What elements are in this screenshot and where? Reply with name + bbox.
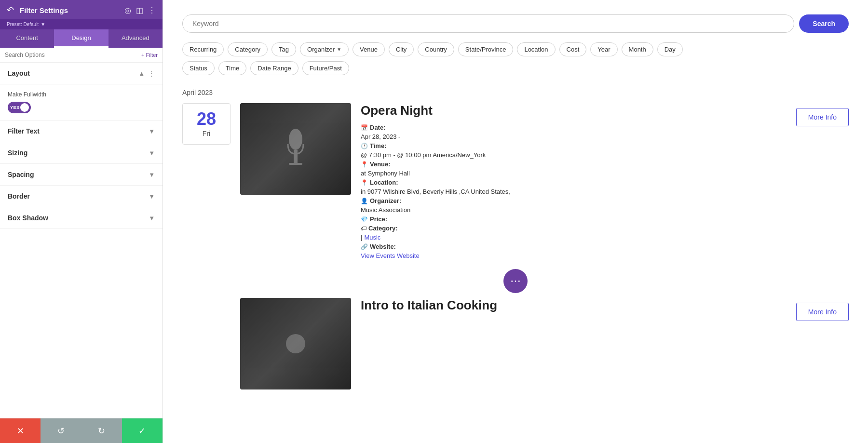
event-title: Opera Night [361, 103, 787, 118]
organizer-chevron-icon: ▼ [337, 47, 341, 52]
right-content: Search Recurring Category Tag Organizer … [163, 0, 868, 443]
more-info-button-2[interactable]: More Info [796, 303, 849, 321]
filter-tag-city[interactable]: City [389, 42, 414, 56]
filter-tag-venue[interactable]: Venue [353, 42, 385, 56]
keyword-input[interactable] [182, 14, 794, 33]
website-link[interactable]: View Events Website [361, 252, 420, 259]
redo-button[interactable]: ↻ [81, 418, 122, 443]
section-sizing-title: Sizing [8, 149, 27, 157]
filter-tag-country[interactable]: Country [418, 42, 454, 56]
section-box-shadow-title: Box Shadow [8, 214, 48, 222]
location-value: in 9077 Wilshire Blvd, Beverly Hills ,CA… [361, 188, 510, 195]
save-button[interactable]: ✓ [122, 418, 163, 443]
venue-icon: 📍 [361, 161, 368, 168]
filter-tag-year[interactable]: Year [590, 42, 617, 56]
panel-search-input[interactable] [5, 52, 138, 58]
venue-value: at Symphony Hall [361, 170, 410, 177]
preset-chevron-icon: ▼ [41, 22, 45, 27]
section-layout-chevron-up-icon: ▲ [138, 70, 145, 77]
filter-tag-category[interactable]: Category [228, 42, 268, 56]
meta-organizer-row: 👤 Organizer: [361, 197, 787, 204]
section-border-chevron-icon: ▼ [149, 193, 155, 200]
filter-tag-state-province[interactable]: State/Province [458, 42, 514, 56]
target-icon[interactable]: ◎ [124, 6, 131, 15]
make-fullwidth-toggle[interactable]: YES [8, 102, 31, 113]
panel-filter-button[interactable]: + Filter [141, 52, 158, 58]
meta-category-value-row: | Music [361, 234, 787, 241]
section-box-shadow-header[interactable]: Box Shadow ▼ [0, 207, 163, 229]
website-icon: 🔗 [361, 243, 368, 250]
meta-time-value-row: @ 7:30 pm - @ 10:00 pm America/New_York [361, 151, 787, 159]
more-options-icon[interactable]: ⋮ [148, 6, 156, 15]
section-layout-more-icon[interactable]: ⋮ [149, 70, 155, 77]
preset-label: Preset: Default [7, 22, 39, 27]
panel-tabs: Content Design Advanced [0, 29, 163, 48]
section-spacing-title: Spacing [8, 171, 34, 178]
svg-rect-3 [289, 163, 302, 165]
category-link[interactable]: Music [364, 234, 380, 241]
section-filter-text-chevron-icon: ▼ [149, 128, 155, 135]
meta-time-row: 🕐 Time: [361, 142, 787, 149]
svg-point-0 [289, 129, 302, 150]
date-section-label: April 2023 [182, 89, 849, 96]
category-icon: 🏷 [361, 225, 366, 232]
event-details-2: Intro to Italian Cooking [361, 298, 787, 316]
price-icon: 💎 [361, 216, 368, 223]
layout-content: Make Fullwidth YES [0, 84, 163, 121]
filter-tag-organizer[interactable]: Organizer ▼ [300, 42, 349, 56]
back-icon[interactable]: ↶ [7, 5, 14, 15]
cancel-button[interactable]: ✕ [0, 418, 41, 443]
svg-point-4 [286, 334, 305, 353]
filter-tag-time[interactable]: Time [218, 61, 246, 75]
filter-tag-location[interactable]: Location [517, 42, 555, 56]
section-spacing-header[interactable]: Spacing ▼ [0, 164, 163, 186]
filter-tag-recurring[interactable]: Recurring [182, 42, 224, 56]
toggle-knob [20, 103, 29, 112]
category-label: Category: [368, 225, 398, 232]
event-image-2-placeholder [240, 298, 351, 389]
time-value: @ 7:30 pm - @ 10:00 pm America/New_York [361, 151, 486, 159]
date-label: Date: [370, 124, 386, 131]
filter-tag-status[interactable]: Status [182, 61, 215, 75]
tab-advanced[interactable]: Advanced [108, 29, 163, 48]
section-spacing-chevron-icon: ▼ [149, 171, 155, 178]
more-info-button[interactable]: More Info [796, 108, 849, 126]
section-border-header[interactable]: Border ▼ [0, 186, 163, 207]
filter-tag-cost[interactable]: Cost [559, 42, 587, 56]
tab-content[interactable]: Content [0, 29, 54, 48]
meta-location-value-row: in 9077 Wilshire Blvd, Beverly Hills ,CA… [361, 188, 787, 195]
filter-tag-date-range[interactable]: Date Range [250, 61, 298, 75]
section-filter-text-header[interactable]: Filter Text ▼ [0, 121, 163, 142]
date-value: Apr 28, 2023 - [361, 133, 400, 140]
meta-website-value-row: View Events Website [361, 252, 787, 259]
section-box-shadow-chevron-icon: ▼ [149, 215, 155, 222]
svg-rect-2 [294, 159, 298, 163]
search-bar-row: Search [182, 14, 849, 33]
event-card: 28 Fri Opera Night 📅 D [182, 103, 849, 259]
event-meta: 📅 Date: Apr 28, 2023 - 🕐 Time: @ 7:30 pm… [361, 124, 787, 259]
meta-date-value-row: Apr 28, 2023 - [361, 133, 787, 140]
preset-row[interactable]: Preset: Default ▼ [0, 19, 163, 29]
meta-organizer-value-row: Music Association [361, 206, 787, 214]
panel-search-bar: + Filter [0, 48, 163, 63]
filter-tag-month[interactable]: Month [622, 42, 653, 56]
section-layout-header[interactable]: Layout ▲ ⋮ [0, 63, 163, 84]
category-prefix: | [361, 234, 362, 241]
meta-website-row: 🔗 Website: [361, 243, 787, 250]
panel-header-icons: ◎ ◫ ⋮ [124, 6, 156, 15]
toggle-container: YES [8, 102, 155, 113]
search-button[interactable]: Search [799, 14, 849, 33]
left-panel: ↶ Filter Settings ◎ ◫ ⋮ Preset: Default … [0, 0, 163, 443]
panel-content: Layout ▲ ⋮ Make Fullwidth YES Filter Tex… [0, 63, 163, 418]
section-sizing-header[interactable]: Sizing ▼ [0, 142, 163, 164]
filter-tag-future-past[interactable]: Future/Past [302, 61, 349, 75]
meta-venue-value-row: at Symphony Hall [361, 170, 787, 177]
section-sizing-chevron-icon: ▼ [149, 149, 155, 157]
layout-icon[interactable]: ◫ [136, 6, 143, 15]
event-title-2: Intro to Italian Cooking [361, 298, 787, 313]
undo-button[interactable]: ↺ [41, 418, 81, 443]
filter-tag-day[interactable]: Day [657, 42, 683, 56]
tab-design[interactable]: Design [54, 29, 108, 48]
filter-tag-tag[interactable]: Tag [271, 42, 296, 56]
dots-button[interactable]: ⋯ [503, 269, 528, 293]
